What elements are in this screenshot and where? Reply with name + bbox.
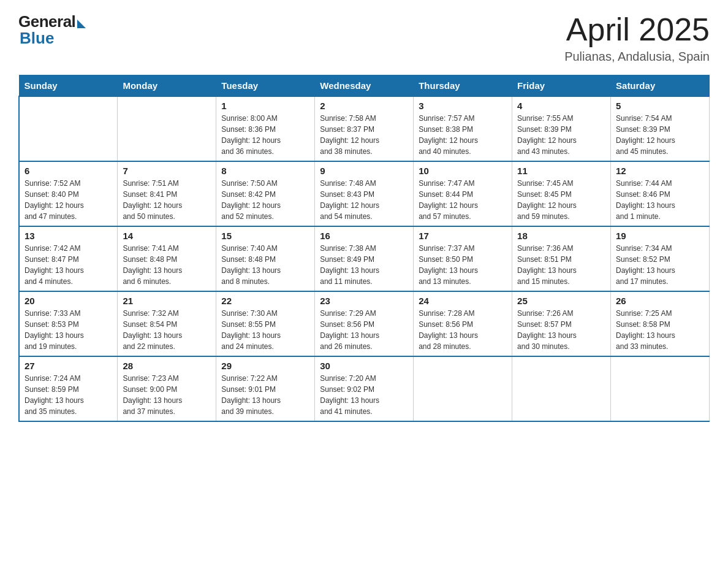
month-year-title: April 2025: [564, 12, 710, 47]
day-info: Sunrise: 7:28 AMSunset: 8:56 PMDaylight:…: [419, 308, 507, 352]
calendar-cell: [19, 96, 118, 161]
calendar-cell: 30Sunrise: 7:20 AMSunset: 9:02 PMDayligh…: [315, 356, 414, 421]
day-number: 13: [25, 231, 112, 241]
day-number: 2: [320, 101, 408, 111]
day-number: 7: [123, 166, 211, 176]
calendar-cell: 6Sunrise: 7:52 AMSunset: 8:40 PMDaylight…: [19, 161, 118, 226]
day-info: Sunrise: 7:32 AMSunset: 8:54 PMDaylight:…: [123, 308, 211, 352]
calendar-cell: 4Sunrise: 7:55 AMSunset: 8:39 PMDaylight…: [512, 96, 611, 161]
column-header-friday: Friday: [512, 75, 611, 97]
calendar-cell: 18Sunrise: 7:36 AMSunset: 8:51 PMDayligh…: [512, 226, 611, 291]
day-number: 27: [25, 361, 112, 371]
day-number: 26: [616, 296, 704, 306]
day-number: 19: [616, 231, 704, 241]
calendar-cell: 22Sunrise: 7:30 AMSunset: 8:55 PMDayligh…: [216, 291, 315, 356]
day-info: Sunrise: 7:55 AMSunset: 8:39 PMDaylight:…: [517, 113, 605, 157]
calendar-cell: [118, 96, 216, 161]
calendar-cell: 14Sunrise: 7:41 AMSunset: 8:48 PMDayligh…: [118, 226, 216, 291]
column-header-wednesday: Wednesday: [315, 75, 414, 97]
day-info: Sunrise: 7:54 AMSunset: 8:39 PMDaylight:…: [616, 113, 704, 157]
location-text: Pulianas, Andalusia, Spain: [564, 50, 710, 64]
day-info: Sunrise: 7:58 AMSunset: 8:37 PMDaylight:…: [320, 113, 408, 157]
day-number: 29: [221, 361, 309, 371]
calendar-cell: 28Sunrise: 7:23 AMSunset: 9:00 PMDayligh…: [118, 356, 216, 421]
logo-blue-text: Blue: [18, 29, 54, 48]
calendar-week-row: 27Sunrise: 7:24 AMSunset: 8:59 PMDayligh…: [19, 356, 710, 421]
calendar-week-row: 13Sunrise: 7:42 AMSunset: 8:47 PMDayligh…: [19, 226, 710, 291]
day-info: Sunrise: 7:25 AMSunset: 8:58 PMDaylight:…: [616, 308, 704, 352]
day-number: 5: [616, 101, 704, 111]
calendar-cell: 29Sunrise: 7:22 AMSunset: 9:01 PMDayligh…: [216, 356, 315, 421]
calendar-cell: 11Sunrise: 7:45 AMSunset: 8:45 PMDayligh…: [512, 161, 611, 226]
day-number: 16: [320, 231, 408, 241]
day-number: 18: [517, 231, 605, 241]
calendar-week-row: 20Sunrise: 7:33 AMSunset: 8:53 PMDayligh…: [19, 291, 710, 356]
calendar-cell: 2Sunrise: 7:58 AMSunset: 8:37 PMDaylight…: [315, 96, 414, 161]
calendar-cell: 1Sunrise: 8:00 AMSunset: 8:36 PMDaylight…: [216, 96, 315, 161]
calendar-week-row: 6Sunrise: 7:52 AMSunset: 8:40 PMDaylight…: [19, 161, 710, 226]
column-header-tuesday: Tuesday: [216, 75, 315, 97]
calendar-cell: 13Sunrise: 7:42 AMSunset: 8:47 PMDayligh…: [19, 226, 118, 291]
day-number: 3: [419, 101, 507, 111]
day-number: 8: [221, 166, 309, 176]
day-number: 6: [25, 166, 112, 176]
calendar-table: SundayMondayTuesdayWednesdayThursdayFrid…: [18, 75, 710, 422]
calendar-cell: 16Sunrise: 7:38 AMSunset: 8:49 PMDayligh…: [315, 226, 414, 291]
calendar-cell: 12Sunrise: 7:44 AMSunset: 8:46 PMDayligh…: [611, 161, 710, 226]
day-info: Sunrise: 7:29 AMSunset: 8:56 PMDaylight:…: [320, 308, 408, 352]
day-info: Sunrise: 8:00 AMSunset: 8:36 PMDaylight:…: [221, 113, 309, 157]
day-info: Sunrise: 7:36 AMSunset: 8:51 PMDaylight:…: [517, 243, 605, 287]
day-info: Sunrise: 7:50 AMSunset: 8:42 PMDaylight:…: [221, 178, 309, 222]
day-number: 30: [320, 361, 408, 371]
calendar-cell: 25Sunrise: 7:26 AMSunset: 8:57 PMDayligh…: [512, 291, 611, 356]
calendar-cell: 19Sunrise: 7:34 AMSunset: 8:52 PMDayligh…: [611, 226, 710, 291]
day-number: 17: [419, 231, 507, 241]
day-info: Sunrise: 7:20 AMSunset: 9:02 PMDaylight:…: [320, 373, 408, 417]
calendar-cell: 21Sunrise: 7:32 AMSunset: 8:54 PMDayligh…: [118, 291, 216, 356]
title-block: April 2025 Pulianas, Andalusia, Spain: [564, 12, 710, 64]
column-header-monday: Monday: [118, 75, 216, 97]
day-info: Sunrise: 7:51 AMSunset: 8:41 PMDaylight:…: [123, 178, 211, 222]
column-header-sunday: Sunday: [19, 75, 118, 97]
logo-arrow-icon: [77, 20, 86, 28]
day-info: Sunrise: 7:42 AMSunset: 8:47 PMDaylight:…: [25, 243, 112, 287]
calendar-cell: 20Sunrise: 7:33 AMSunset: 8:53 PMDayligh…: [19, 291, 118, 356]
calendar-cell: 27Sunrise: 7:24 AMSunset: 8:59 PMDayligh…: [19, 356, 118, 421]
day-info: Sunrise: 7:23 AMSunset: 9:00 PMDaylight:…: [123, 373, 211, 417]
day-number: 4: [517, 101, 605, 111]
day-number: 25: [517, 296, 605, 306]
day-info: Sunrise: 7:22 AMSunset: 9:01 PMDaylight:…: [221, 373, 309, 417]
calendar-cell: 7Sunrise: 7:51 AMSunset: 8:41 PMDaylight…: [118, 161, 216, 226]
calendar-cell: [611, 356, 710, 421]
calendar-cell: 10Sunrise: 7:47 AMSunset: 8:44 PMDayligh…: [414, 161, 512, 226]
day-info: Sunrise: 7:47 AMSunset: 8:44 PMDaylight:…: [419, 178, 507, 222]
day-number: 28: [123, 361, 211, 371]
day-info: Sunrise: 7:41 AMSunset: 8:48 PMDaylight:…: [123, 243, 211, 287]
day-info: Sunrise: 7:24 AMSunset: 8:59 PMDaylight:…: [25, 373, 112, 417]
calendar-week-row: 1Sunrise: 8:00 AMSunset: 8:36 PMDaylight…: [19, 96, 710, 161]
day-number: 12: [616, 166, 704, 176]
day-number: 23: [320, 296, 408, 306]
day-info: Sunrise: 7:52 AMSunset: 8:40 PMDaylight:…: [25, 178, 112, 222]
calendar-header-row: SundayMondayTuesdayWednesdayThursdayFrid…: [19, 75, 710, 97]
day-info: Sunrise: 7:40 AMSunset: 8:48 PMDaylight:…: [221, 243, 309, 287]
calendar-cell: 24Sunrise: 7:28 AMSunset: 8:56 PMDayligh…: [414, 291, 512, 356]
day-info: Sunrise: 7:38 AMSunset: 8:49 PMDaylight:…: [320, 243, 408, 287]
calendar-cell: 23Sunrise: 7:29 AMSunset: 8:56 PMDayligh…: [315, 291, 414, 356]
column-header-thursday: Thursday: [414, 75, 512, 97]
day-number: 10: [419, 166, 507, 176]
day-number: 15: [221, 231, 309, 241]
day-number: 22: [221, 296, 309, 306]
calendar-cell: [414, 356, 512, 421]
day-info: Sunrise: 7:33 AMSunset: 8:53 PMDaylight:…: [25, 308, 112, 352]
calendar-cell: 5Sunrise: 7:54 AMSunset: 8:39 PMDaylight…: [611, 96, 710, 161]
logo: General Blue: [18, 12, 86, 48]
day-number: 11: [517, 166, 605, 176]
day-info: Sunrise: 7:48 AMSunset: 8:43 PMDaylight:…: [320, 178, 408, 222]
day-number: 21: [123, 296, 211, 306]
day-info: Sunrise: 7:57 AMSunset: 8:38 PMDaylight:…: [419, 113, 507, 157]
calendar-cell: 9Sunrise: 7:48 AMSunset: 8:43 PMDaylight…: [315, 161, 414, 226]
day-number: 9: [320, 166, 408, 176]
calendar-cell: 26Sunrise: 7:25 AMSunset: 8:58 PMDayligh…: [611, 291, 710, 356]
column-header-saturday: Saturday: [611, 75, 710, 97]
